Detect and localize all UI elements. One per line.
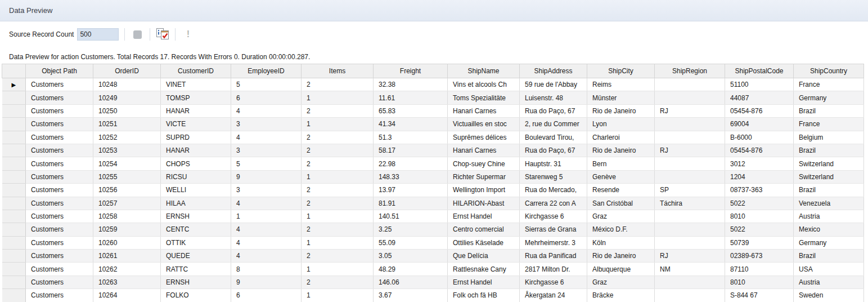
row-header-cell[interactable] xyxy=(2,210,26,223)
grid-cell[interactable]: 2, rue du Commer xyxy=(520,118,587,131)
grid-cell[interactable]: WELLI xyxy=(161,184,231,197)
grid-cell[interactable]: 10264 xyxy=(93,289,161,302)
grid-cell[interactable]: 9 xyxy=(231,276,302,288)
grid-cell[interactable]: 8010 xyxy=(725,276,794,288)
grid-cell[interactable]: Boulevard Tirou, xyxy=(520,131,587,144)
grid-cell[interactable]: Customers xyxy=(26,104,93,117)
grid-cell[interactable] xyxy=(655,276,725,288)
grid-cell[interactable]: Charleroi xyxy=(587,131,655,144)
grid-cell[interactable]: 2 xyxy=(302,276,374,288)
grid-cell[interactable]: 2 xyxy=(302,78,374,91)
grid-cell[interactable]: Graz xyxy=(587,210,655,223)
grid-cell[interactable]: 69004 xyxy=(725,118,794,131)
grid-cell[interactable]: Rua do Mercado, xyxy=(520,184,587,197)
grid-cell[interactable]: Customers xyxy=(26,131,93,144)
grid-cell[interactable]: Customers xyxy=(26,144,93,157)
grid-cell[interactable]: Bräcke xyxy=(587,289,655,302)
grid-cell[interactable]: 1 xyxy=(302,289,374,302)
grid-cell[interactable]: Sweden xyxy=(794,289,864,302)
grid-cell[interactable]: 1 xyxy=(302,91,374,104)
grid-cell[interactable]: 10252 xyxy=(93,131,161,144)
grid-cell[interactable]: 10253 xyxy=(93,144,161,157)
errors-button[interactable]: ! xyxy=(181,28,195,41)
grid-cell[interactable]: 65.83 xyxy=(374,104,448,117)
grid-cell[interactable]: Graz xyxy=(587,276,655,288)
grid-cell[interactable]: 55.09 xyxy=(374,236,448,249)
grid-cell[interactable]: Germany xyxy=(794,91,864,104)
stop-button[interactable] xyxy=(131,28,144,41)
grid-cell[interactable]: San Cristóbal xyxy=(587,197,655,210)
grid-cell[interactable]: VINET xyxy=(161,78,231,91)
row-header-cell[interactable]: ▶ xyxy=(2,78,26,91)
grid-cell[interactable]: Germany xyxy=(794,236,864,249)
grid-cell[interactable]: Sierras de Grana xyxy=(520,223,587,236)
grid-cell[interactable]: RJ xyxy=(655,144,725,157)
column-header[interactable]: ShipRegion xyxy=(655,64,725,78)
grid-cell[interactable]: RJ xyxy=(655,104,725,117)
row-header-cell[interactable] xyxy=(2,197,26,210)
grid-cell[interactable]: Customers xyxy=(26,91,93,104)
grid-cell[interactable]: 02389-673 xyxy=(725,250,794,263)
grid-cell[interactable]: Hanari Carnes xyxy=(448,104,520,117)
grid-cell[interactable]: Austria xyxy=(794,276,864,288)
grid-cell[interactable]: 5 xyxy=(231,78,302,91)
grid-cell[interactable]: 1 xyxy=(231,210,302,223)
grid-cell[interactable]: 3.25 xyxy=(374,223,448,236)
grid-cell[interactable]: B-6000 xyxy=(725,131,794,144)
grid-cell[interactable]: RICSU xyxy=(161,170,231,183)
grid-cell[interactable] xyxy=(655,236,725,249)
grid-cell[interactable]: 1 xyxy=(302,170,374,183)
grid-cell[interactable]: 10261 xyxy=(93,250,161,263)
grid-cell[interactable]: Ottilies Käselade xyxy=(448,236,520,249)
grid-cell[interactable] xyxy=(655,78,725,91)
grid-cell[interactable]: 4 xyxy=(231,236,302,249)
grid-cell[interactable]: Vins et alcools Ch xyxy=(448,78,520,91)
grid-cell[interactable]: 81.91 xyxy=(374,197,448,210)
row-header-cell[interactable] xyxy=(2,276,26,288)
preview-button[interactable] xyxy=(156,28,169,41)
record-count-input[interactable] xyxy=(77,28,119,41)
grid-cell[interactable]: Rua do Paço, 67 xyxy=(520,104,587,117)
row-header-cell[interactable] xyxy=(2,144,26,157)
grid-cell[interactable]: 1204 xyxy=(725,170,794,183)
grid-cell[interactable]: Belgium xyxy=(794,131,864,144)
grid-cell[interactable]: FOLKO xyxy=(161,289,231,302)
grid-cell[interactable]: Customers xyxy=(26,276,93,288)
grid-cell[interactable]: Victuailles en stoc xyxy=(448,118,520,131)
grid-cell[interactable]: Chop-suey Chine xyxy=(448,157,520,170)
grid-cell[interactable]: Customers xyxy=(26,170,93,183)
grid-cell[interactable]: 10262 xyxy=(93,263,161,276)
grid-cell[interactable] xyxy=(655,170,725,183)
grid-cell[interactable]: 8010 xyxy=(725,210,794,223)
grid-cell[interactable] xyxy=(655,289,725,302)
column-header[interactable]: ShipName xyxy=(448,64,520,78)
grid-cell[interactable]: 1 xyxy=(302,210,374,223)
grid-cell[interactable]: 10251 xyxy=(93,118,161,131)
grid-cell[interactable] xyxy=(655,118,725,131)
grid-cell[interactable]: 9 xyxy=(231,170,302,183)
grid-cell[interactable]: RJ xyxy=(655,250,725,263)
grid-cell[interactable]: 2817 Milton Dr. xyxy=(520,263,587,276)
grid-cell[interactable]: 58.17 xyxy=(374,144,448,157)
row-header-cell[interactable] xyxy=(2,91,26,104)
grid-cell[interactable]: 1 xyxy=(302,118,374,131)
grid-cell[interactable]: Customers xyxy=(26,289,93,302)
grid-cell[interactable]: 08737-363 xyxy=(725,184,794,197)
grid-cell[interactable]: 10250 xyxy=(93,104,161,117)
grid-cell[interactable]: Brazil xyxy=(794,104,864,117)
grid-cell[interactable]: 10248 xyxy=(93,78,161,91)
grid-cell[interactable]: Richter Supermar xyxy=(448,170,520,183)
grid-cell[interactable]: Rua da Panificad xyxy=(520,250,587,263)
column-header[interactable]: ShipCountry xyxy=(794,64,864,78)
grid-cell[interactable]: 6 xyxy=(231,91,302,104)
grid-cell[interactable] xyxy=(655,157,725,170)
grid-cell[interactable]: Münster xyxy=(587,91,655,104)
grid-cell[interactable]: Mexico xyxy=(794,223,864,236)
grid-cell[interactable]: 5022 xyxy=(725,197,794,210)
grid-cell[interactable]: 3.05 xyxy=(374,250,448,263)
grid-cell[interactable]: 6 xyxy=(231,289,302,302)
column-header[interactable]: Items xyxy=(302,64,374,78)
row-header-cell[interactable] xyxy=(2,184,26,197)
grid-cell[interactable]: 10257 xyxy=(93,197,161,210)
grid-cell[interactable]: SP xyxy=(655,184,725,197)
